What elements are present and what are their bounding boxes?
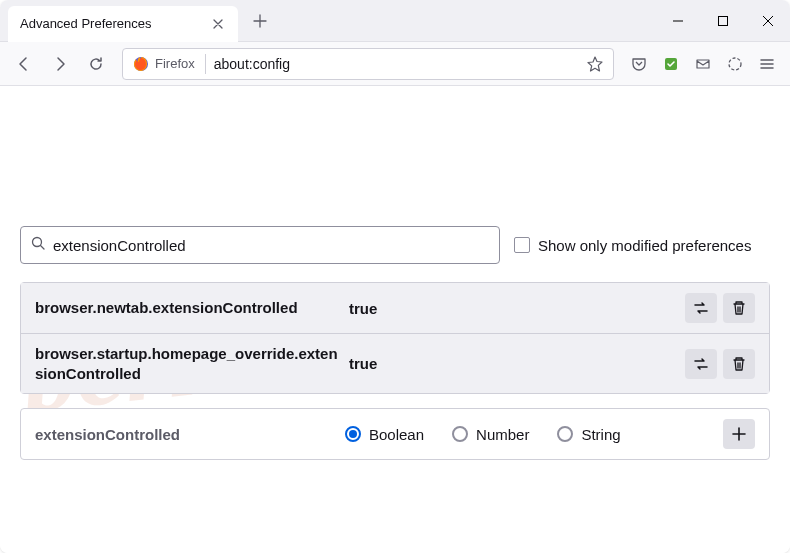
new-pref-row: extensionControlled Boolean Number Strin… [20, 408, 770, 460]
radio-boolean[interactable]: Boolean [345, 426, 424, 443]
maximize-button[interactable] [700, 2, 745, 40]
forward-button[interactable] [44, 48, 76, 80]
pref-row: browser.newtab.extensionControlled true [21, 283, 769, 334]
toggle-button[interactable] [685, 293, 717, 323]
url-text: about:config [214, 56, 581, 72]
tab-title: Advanced Preferences [20, 16, 152, 31]
pref-value: true [345, 355, 685, 372]
radio-icon [557, 426, 573, 442]
nav-toolbar: Firefox about:config [0, 42, 790, 86]
radio-string[interactable]: String [557, 426, 620, 443]
new-pref-name: extensionControlled [35, 426, 345, 443]
radio-label: Number [476, 426, 529, 443]
search-input[interactable] [53, 237, 489, 254]
url-bar[interactable]: Firefox about:config [122, 48, 614, 80]
mail-button[interactable] [688, 49, 718, 79]
radio-number[interactable]: Number [452, 426, 529, 443]
titlebar: Advanced Preferences [0, 0, 790, 42]
window-controls [655, 2, 790, 40]
pref-name: browser.newtab.extensionControlled [35, 298, 345, 318]
modified-only-label: Show only modified preferences [538, 237, 751, 254]
search-row: Show only modified preferences [20, 226, 770, 264]
toggle-button[interactable] [685, 349, 717, 379]
radio-icon [345, 426, 361, 442]
back-button[interactable] [8, 48, 40, 80]
add-button[interactable] [723, 419, 755, 449]
radio-label: String [581, 426, 620, 443]
minimize-button[interactable] [655, 2, 700, 40]
prefs-table: browser.newtab.extensionControlled true … [20, 282, 770, 394]
pref-actions [685, 349, 755, 379]
search-box[interactable] [20, 226, 500, 264]
pocket-button[interactable] [624, 49, 654, 79]
identity-label: Firefox [155, 56, 195, 71]
content-area: pcrisk.com Show only modified preference… [0, 86, 790, 553]
identity-box[interactable]: Firefox [127, 54, 206, 74]
bookmark-star-button[interactable] [581, 50, 609, 78]
toolbar-icons [624, 49, 782, 79]
pref-value: true [345, 300, 685, 317]
radio-label: Boolean [369, 426, 424, 443]
modified-only-checkbox[interactable]: Show only modified preferences [514, 237, 751, 254]
checkbox-icon [514, 237, 530, 253]
browser-window: Advanced Preferences [0, 0, 790, 553]
pref-name: browser.startup.homepage_override.extens… [35, 344, 345, 383]
close-tab-button[interactable] [210, 16, 226, 32]
svg-point-3 [729, 58, 741, 70]
search-icon [31, 236, 45, 254]
pref-actions [685, 293, 755, 323]
close-window-button[interactable] [745, 2, 790, 40]
new-tab-button[interactable] [246, 7, 274, 35]
extension-button[interactable] [656, 49, 686, 79]
type-radio-group: Boolean Number String [345, 426, 723, 443]
radio-icon [452, 426, 468, 442]
firefox-logo-icon [133, 56, 149, 72]
menu-button[interactable] [752, 49, 782, 79]
delete-button[interactable] [723, 349, 755, 379]
pref-row: browser.startup.homepage_override.extens… [21, 334, 769, 393]
browser-tab[interactable]: Advanced Preferences [8, 6, 238, 42]
svg-rect-0 [718, 16, 727, 25]
delete-button[interactable] [723, 293, 755, 323]
account-button[interactable] [720, 49, 750, 79]
reload-button[interactable] [80, 48, 112, 80]
